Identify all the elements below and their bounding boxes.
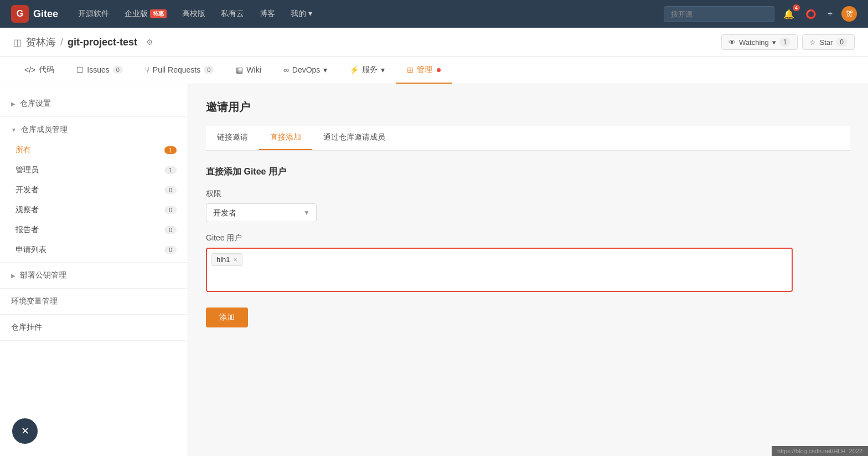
chevron-down-icon: ▼: [11, 127, 17, 133]
sidebar-section-deploy-header[interactable]: ▶ 部署公钥管理: [0, 265, 188, 286]
sidebar-item-admin[interactable]: 管理员 1: [0, 160, 188, 180]
repo-header: ◫ 贺林海 / git-project-test ⚙ 👁 Watching ▾ …: [0, 28, 868, 57]
notification-badge: 4: [793, 4, 800, 11]
statusbar-text: https://blog.csdn.net/HLH_2022: [777, 448, 862, 454]
gitee-user-form-group: Gitee 用户 hlh1 ×: [206, 233, 850, 292]
star-button[interactable]: ☆ Star 0: [802, 34, 855, 50]
form-title: 直接添加 Gitee 用户: [206, 166, 850, 178]
nav-university[interactable]: 高校版: [175, 6, 212, 22]
user-tag-text: hlh1: [216, 255, 230, 264]
add-button[interactable]: 添加: [206, 308, 248, 327]
service-icon: ⚡: [349, 65, 359, 74]
tab-invite-via-repo[interactable]: 通过仓库邀请成员: [312, 126, 396, 150]
tab-manage[interactable]: ⊞ 管理: [396, 57, 452, 84]
nav-mine[interactable]: 我的 ▾: [284, 6, 319, 22]
nav-private-cloud[interactable]: 私有云: [214, 6, 251, 22]
star-label: Star: [819, 38, 833, 47]
points-icon[interactable]: ⭕: [803, 7, 819, 22]
avatar[interactable]: 贺: [841, 6, 857, 22]
sidebar-section-repo-settings-header[interactable]: ▶ 仓库设置: [0, 93, 188, 114]
sidebar-item-reporter[interactable]: 报告者 0: [0, 220, 188, 240]
pr-badge: 0: [204, 66, 214, 74]
manage-icon: ⊞: [407, 65, 414, 74]
sidebar-item-developer[interactable]: 开发者 0: [0, 180, 188, 200]
devops-dropdown-icon: ▾: [323, 65, 327, 74]
star-count: 0: [836, 38, 848, 47]
sidebar-item-all[interactable]: 所有 1: [0, 140, 188, 160]
tab-devops[interactable]: ∞ DevOps ▾: [272, 58, 339, 83]
content-tabs: 链接邀请 直接添加 通过仓库邀请成员: [206, 126, 850, 151]
logo-text: Gitee: [33, 8, 58, 20]
chevron-right-icon-2: ▶: [11, 273, 16, 279]
admin-count: 1: [164, 166, 177, 174]
service-dropdown-icon: ▾: [381, 65, 385, 74]
sidebar-section-widgets-header[interactable]: 仓库挂件: [0, 317, 188, 338]
sidebar-item-apply-list[interactable]: 申请列表 0: [0, 240, 188, 260]
sidebar-section-members: ▼ 仓库成员管理 所有 1 管理员 1 开发者 0 观察者 0 报告者 0: [0, 117, 188, 263]
pr-icon: ⑂: [145, 65, 149, 74]
search-input[interactable]: [664, 6, 774, 22]
top-menu: 开源软件 企业版 特惠 高校版 私有云 博客 我的 ▾: [71, 6, 664, 22]
user-tag-remove-button[interactable]: ×: [234, 257, 237, 263]
tab-link-invite[interactable]: 链接邀请: [206, 126, 259, 150]
repo-separator: /: [60, 37, 63, 48]
sidebar-section-deploy-keys: ▶ 部署公钥管理: [0, 263, 188, 289]
gitee-user-label: Gitee 用户: [206, 233, 850, 243]
watch-count: 1: [779, 38, 791, 47]
permission-label: 权限: [206, 189, 850, 199]
issues-icon: ☐: [76, 65, 84, 74]
tab-issues[interactable]: ☐ Issues 0: [65, 58, 134, 83]
star-icon: ☆: [809, 38, 816, 47]
sidebar-section-members-header[interactable]: ▼ 仓库成员管理: [0, 119, 188, 140]
developer-count: 0: [164, 186, 177, 194]
top-navigation: G Gitee 开源软件 企业版 特惠 高校版 私有云 博客 我的 ▾ 🔔 4 …: [0, 0, 868, 28]
notification-icon[interactable]: 🔔 4: [781, 7, 797, 22]
devops-icon: ∞: [283, 65, 289, 74]
gitee-user-input-area[interactable]: hlh1 ×: [206, 248, 793, 292]
nav-opensource[interactable]: 开源软件: [71, 6, 116, 22]
tab-direct-add[interactable]: 直接添加: [259, 126, 312, 150]
sidebar-section-env-vars: 环境变量管理: [0, 289, 188, 315]
watch-button[interactable]: 👁 Watching ▾ 1: [721, 34, 798, 50]
watch-dropdown-icon: ▾: [772, 38, 776, 47]
main-layout: ▶ 仓库设置 ▼ 仓库成员管理 所有 1 管理员 1 开发者 0 观察者: [0, 84, 868, 456]
sidebar: ▶ 仓库设置 ▼ 仓库成员管理 所有 1 管理员 1 开发者 0 观察者: [0, 84, 188, 456]
sidebar-section-env-header[interactable]: 环境变量管理: [0, 291, 188, 312]
main-content: 邀请用户 链接邀请 直接添加 通过仓库邀请成员 直接添加 Gitee 用户 权限…: [188, 84, 868, 456]
nav-blog[interactable]: 博客: [253, 6, 282, 22]
statusbar: https://blog.csdn.net/HLH_2022: [772, 446, 868, 456]
topnav-right: 🔔 4 ⭕ + 贺: [664, 6, 857, 22]
tab-code[interactable]: </> 代码: [13, 57, 65, 84]
apply-count: 0: [164, 246, 177, 254]
logo[interactable]: G Gitee: [11, 5, 58, 23]
nav-enterprise[interactable]: 企业版 特惠: [118, 6, 173, 22]
repo-owner[interactable]: 贺林海: [26, 35, 56, 49]
sidebar-section-widgets: 仓库挂件: [0, 315, 188, 341]
tab-service[interactable]: ⚡ 服务 ▾: [338, 57, 396, 84]
permission-select[interactable]: 开发者 管理员 观察者 报告者: [206, 203, 317, 222]
sidebar-item-observer[interactable]: 观察者 0: [0, 200, 188, 220]
permission-form-group: 权限 开发者 管理员 观察者 报告者 ▼: [206, 189, 850, 222]
enterprise-badge: 特惠: [150, 9, 167, 18]
close-icon: ✕: [21, 425, 29, 437]
eye-icon: 👁: [728, 38, 736, 47]
bottom-float-button[interactable]: ✕: [11, 417, 39, 445]
user-tag-hlh1: hlh1 ×: [211, 253, 242, 266]
watch-label: Watching: [739, 38, 769, 47]
wiki-icon: ▦: [236, 65, 243, 74]
repo-title: ◫ 贺林海 / git-project-test ⚙: [13, 35, 153, 49]
repo-settings-icon[interactable]: ⚙: [146, 38, 153, 47]
repo-type-icon: ◫: [13, 37, 22, 48]
tab-pull-requests[interactable]: ⑂ Pull Requests 0: [134, 58, 225, 83]
tab-wiki[interactable]: ▦ Wiki: [225, 58, 272, 83]
manage-dot: [437, 68, 441, 72]
chevron-right-icon: ▶: [11, 101, 16, 107]
permission-select-wrapper: 开发者 管理员 观察者 报告者 ▼: [206, 203, 317, 222]
code-icon: </>: [24, 65, 35, 74]
repo-name[interactable]: git-project-test: [68, 37, 137, 48]
add-icon[interactable]: +: [825, 7, 835, 21]
sidebar-section-repo-settings: ▶ 仓库设置: [0, 91, 188, 117]
sub-navigation: </> 代码 ☐ Issues 0 ⑂ Pull Requests 0 ▦ Wi…: [0, 57, 868, 84]
logo-icon: G: [11, 5, 29, 23]
observer-count: 0: [164, 206, 177, 214]
